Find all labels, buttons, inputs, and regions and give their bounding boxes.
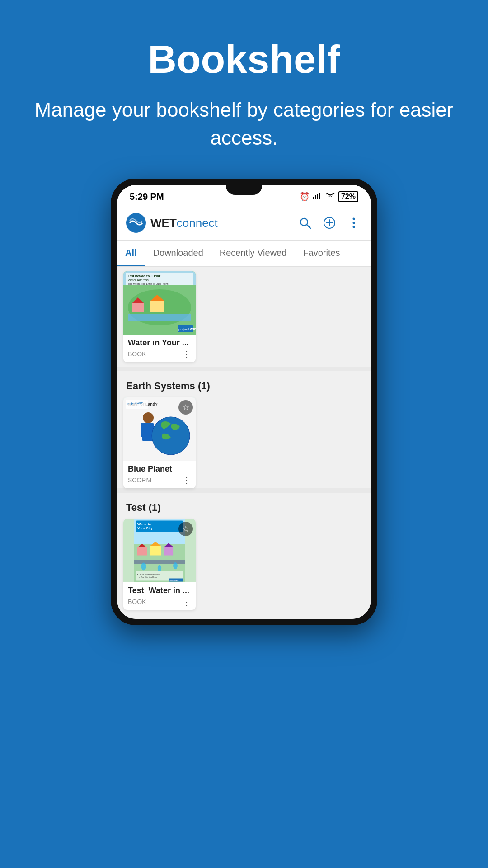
- book-title-test-water: Test_Water in ...: [128, 586, 191, 595]
- add-button[interactable]: [321, 215, 338, 231]
- star-button-test-water[interactable]: ☆: [178, 522, 193, 536]
- status-bar: 5:29 PM ⏰: [117, 185, 371, 206]
- earth-systems-books: Water or Land? project WET ☆ Blue Planet: [117, 397, 371, 488]
- content-area: Test Before You Drink Water Address Too …: [117, 267, 371, 619]
- book-cover-test-water: Water in Your City: [123, 519, 196, 582]
- svg-text:• Life on Water Stormwater: • Life on Water Stormwater: [137, 573, 160, 576]
- svg-rect-20: [128, 314, 191, 321]
- svg-point-51: [158, 565, 161, 571]
- svg-point-29: [143, 412, 154, 423]
- book-more-button-test-water[interactable]: ⋮: [182, 597, 191, 606]
- svg-rect-1: [315, 195, 316, 199]
- book-meta-blue-planet: SCORM ⋮: [128, 476, 191, 485]
- test-books: Water in Your City: [117, 519, 371, 610]
- book-card-blue-planet[interactable]: Water or Land? project WET ☆ Blue Planet: [123, 397, 196, 488]
- signal-icon: [313, 192, 322, 202]
- search-button[interactable]: [297, 215, 313, 231]
- svg-text:project WET: project WET: [169, 580, 179, 581]
- earth-systems-header: Earth Systems (1): [117, 371, 371, 397]
- uncategorized-section: Test Before You Drink Water Address Too …: [117, 267, 371, 367]
- book-type-test-water: BOOK: [128, 598, 146, 605]
- svg-point-11: [353, 222, 355, 224]
- tab-favorites[interactable]: Favorites: [295, 241, 348, 267]
- svg-text:Too Much, Too Little or Just R: Too Much, Too Little or Just Right?: [128, 283, 170, 285]
- book-cover-blue-planet: Water or Land? project WET ☆: [123, 397, 196, 461]
- test-section-header: Test (1): [117, 493, 371, 519]
- book-more-button-water-in-your[interactable]: ⋮: [182, 349, 191, 359]
- svg-text:Water Address: Water Address: [128, 278, 149, 282]
- page-subtitle: Manage your bookshelf by categories for …: [27, 96, 461, 151]
- page-header: Bookshelf Manage your bookshelf by categ…: [0, 0, 488, 174]
- star-button-blue-planet[interactable]: ☆: [178, 400, 193, 415]
- svg-line-6: [307, 225, 310, 228]
- battery-icon: 72%: [338, 191, 358, 202]
- status-icons: ⏰: [300, 191, 358, 202]
- svg-rect-49: [134, 560, 185, 564]
- earth-systems-section: Earth Systems (1): [117, 371, 371, 488]
- book-more-button-blue-planet[interactable]: ⋮: [182, 476, 191, 485]
- phone-mockup: 5:29 PM ⏰: [108, 179, 380, 868]
- tab-downloaded[interactable]: Downloaded: [145, 241, 211, 267]
- logo-icon: [126, 213, 146, 233]
- book-title-water-in-your: Water in Your ...: [128, 338, 191, 348]
- book-cover-water-in-your: Test Before You Drink Water Address Too …: [123, 271, 196, 335]
- svg-rect-3: [319, 193, 320, 199]
- tabs-bar: All Downloaded Recently Viewed Favorites: [117, 241, 371, 267]
- test-section: Test (1): [117, 493, 371, 610]
- alarm-icon: ⏰: [300, 192, 310, 202]
- tab-recently-viewed[interactable]: Recently Viewed: [211, 241, 295, 267]
- book-card-water-in-your[interactable]: Test Before You Drink Water Address Too …: [123, 271, 196, 362]
- more-options-button[interactable]: [346, 215, 362, 231]
- book-meta-test-water: BOOK ⋮: [128, 597, 191, 606]
- app-logo-text: WETconnect: [150, 216, 218, 230]
- svg-rect-31: [141, 423, 145, 437]
- book-info-water-in-your: Water in Your ... BOOK ⋮: [123, 335, 196, 362]
- svg-rect-45: [150, 546, 161, 556]
- app-header: WETconnect: [117, 206, 371, 241]
- book-info-test-water: Test_Water in ... BOOK ⋮: [123, 582, 196, 610]
- section-divider-2: [117, 488, 371, 493]
- svg-rect-0: [313, 197, 314, 199]
- svg-point-12: [353, 226, 355, 228]
- header-actions: [297, 215, 362, 231]
- svg-rect-47: [164, 547, 174, 556]
- svg-point-50: [141, 563, 146, 571]
- svg-text:Test Before You Drink: Test Before You Drink: [128, 274, 160, 278]
- book-card-test-water[interactable]: Water in Your City: [123, 519, 196, 610]
- tab-all[interactable]: All: [117, 241, 145, 267]
- svg-point-52: [173, 562, 178, 569]
- book-meta-water-in-your: BOOK ⋮: [128, 349, 191, 359]
- book-title-blue-planet: Blue Planet: [128, 464, 191, 474]
- phone-screen: 5:29 PM ⏰: [117, 185, 371, 619]
- svg-text:project WET: project WET: [127, 402, 143, 405]
- logo-area: WETconnect: [126, 213, 218, 233]
- page-title: Bookshelf: [148, 36, 340, 82]
- book-type-water-in-your: BOOK: [128, 350, 146, 358]
- section-divider-1: [117, 367, 371, 371]
- status-time: 5:29 PM: [130, 192, 164, 202]
- svg-point-10: [353, 218, 355, 220]
- svg-text:Your City: Your City: [137, 526, 153, 530]
- svg-rect-2: [317, 194, 318, 199]
- phone-body: 5:29 PM ⏰: [111, 179, 377, 625]
- svg-rect-16: [132, 303, 144, 312]
- svg-text:• In Your City You Drink: • In Your City You Drink: [137, 576, 157, 578]
- svg-rect-18: [150, 301, 164, 312]
- svg-text:Water in: Water in: [137, 522, 151, 526]
- book-info-blue-planet: Blue Planet SCORM ⋮: [123, 461, 196, 488]
- wifi-icon: [326, 192, 335, 202]
- svg-text:project WET: project WET: [178, 328, 196, 331]
- book-type-blue-planet: SCORM: [128, 476, 151, 484]
- notch: [226, 185, 262, 195]
- svg-rect-43: [137, 547, 147, 556]
